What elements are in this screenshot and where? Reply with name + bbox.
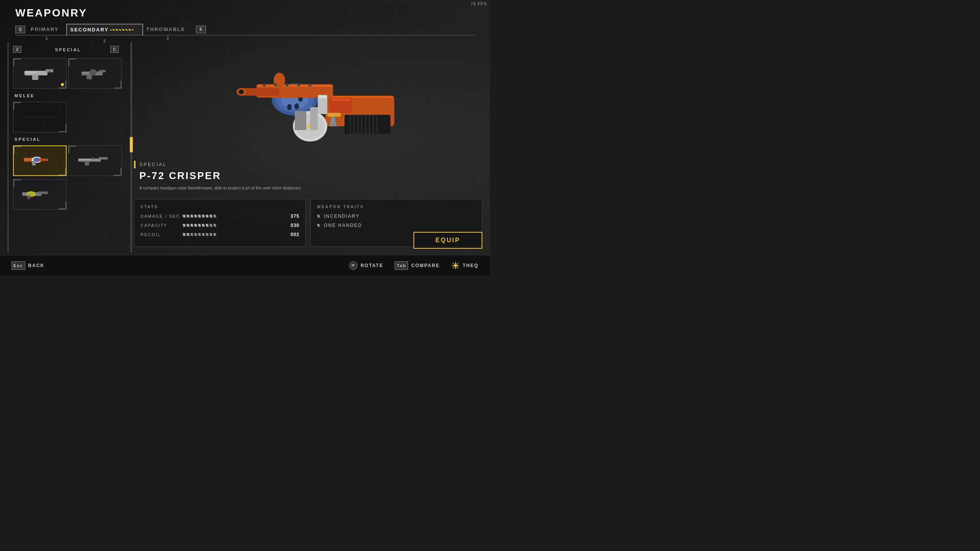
special3-weapons-grid — [8, 178, 126, 211]
stat-damage: DAMAGE / SEC 375 — [140, 214, 299, 219]
compare-action[interactable]: Tab COMPARE — [395, 261, 439, 270]
weapon-preview: ⚠ — [145, 42, 490, 165]
svg-rect-7 — [87, 75, 92, 79]
svg-rect-23 — [38, 191, 48, 194]
svg-rect-15 — [24, 158, 30, 160]
stat-recoil: RECOIL 002 — [140, 232, 299, 237]
svg-rect-54 — [327, 113, 341, 117]
stat-pip — [194, 233, 197, 236]
stat-pip — [206, 224, 209, 227]
pistol1-icon — [21, 64, 59, 83]
svg-rect-25 — [22, 192, 28, 194]
q-key: Q — [15, 26, 25, 33]
stat-pip — [213, 233, 216, 236]
weapon-slot-launcher[interactable] — [13, 179, 67, 210]
svg-rect-45 — [345, 115, 390, 134]
e-key: E — [196, 26, 206, 33]
tab-primary[interactable]: PRIMARY 1 — [28, 24, 66, 34]
right-panel: ⚠ — [126, 42, 490, 253]
weapon-category: SPECIAL — [134, 161, 482, 168]
stat-pip — [213, 215, 216, 218]
special-header: Z SPECIAL C — [8, 42, 126, 57]
stat-pip — [194, 215, 197, 218]
svg-point-62 — [309, 83, 312, 86]
stat-pip — [206, 233, 209, 236]
svg-point-36 — [287, 104, 292, 110]
rotate-action[interactable]: ⟳ ROTATE — [349, 261, 384, 270]
stat-pip — [202, 233, 205, 236]
stat-pip — [202, 215, 205, 218]
svg-rect-38 — [257, 85, 332, 87]
header: WEAPONRY Q PRIMARY 1 SECONDARY 2 THROWAB… — [15, 7, 475, 36]
equip-button[interactable]: EQUIP — [413, 232, 482, 249]
svg-point-60 — [286, 83, 289, 86]
svg-point-35 — [294, 103, 299, 109]
stat-pip — [209, 233, 212, 236]
traits-title: WEAPON TRAITS — [317, 205, 476, 209]
weapon-slot-flamethrower[interactable] — [13, 145, 67, 176]
weapon-slot-smg[interactable] — [68, 145, 122, 176]
damage-label: DAMAGE / SEC — [140, 214, 183, 218]
special2-weapons-grid — [8, 144, 126, 178]
stats-title: STATS — [140, 205, 299, 209]
tab-secondary-label: SECONDARY — [70, 27, 109, 33]
theq-icon — [451, 261, 460, 270]
weapon-3d-render: ⚠ — [218, 50, 417, 157]
stats-box: STATS DAMAGE / SEC 375 CAPACITY 030 — [134, 199, 306, 247]
trait-incendiary: INCENDIARY — [317, 214, 476, 219]
bottom-bar: Esc BACK ⟳ ROTATE Tab COMPARE THEQ — [0, 255, 490, 276]
stat-pip — [194, 224, 197, 227]
capacity-value: 030 — [288, 223, 299, 228]
melee-empty — [24, 117, 56, 117]
trait-one-handed: ONE HANDED — [317, 223, 476, 228]
svg-rect-43 — [295, 111, 306, 130]
stat-pip — [183, 224, 186, 227]
damage-bar: 375 — [183, 214, 299, 219]
tab-secondary[interactable]: SECONDARY 2 — [66, 24, 143, 36]
weapon-slot-pistol2[interactable] — [68, 58, 122, 89]
stat-pip — [198, 215, 201, 218]
tab-secondary-hatch — [110, 29, 133, 31]
tab-key: Tab — [395, 261, 408, 270]
recoil-value: 002 — [288, 232, 299, 237]
capacity-bar: 030 — [183, 223, 299, 228]
recoil-bar: 002 — [183, 232, 299, 237]
left-panel: Z SPECIAL C — [8, 42, 126, 253]
stat-pip — [183, 215, 186, 218]
svg-point-4 — [48, 70, 51, 73]
melee-weapons-grid — [8, 100, 126, 134]
tab-throwable-number: 3 — [167, 36, 170, 41]
stat-pip — [190, 215, 193, 218]
svg-rect-64 — [331, 99, 350, 101]
svg-rect-18 — [85, 161, 89, 166]
stat-pip — [186, 233, 189, 236]
z-key-badge: Z — [13, 46, 21, 53]
stat-pip — [190, 233, 193, 236]
theq-action: THEQ — [451, 261, 479, 270]
weapon-slot-melee1[interactable] — [13, 102, 67, 132]
svg-rect-14 — [32, 161, 36, 165]
svg-rect-9 — [82, 72, 89, 73]
stat-pip — [186, 215, 189, 218]
trait-one-handed-label: ONE HANDED — [324, 223, 362, 228]
tab-throwable-label: THROWABLE — [146, 26, 185, 32]
tab-throwable[interactable]: THROWABLE 3 — [143, 24, 193, 34]
svg-rect-3 — [24, 72, 36, 73]
weapon-slot-pistol1[interactable] — [13, 58, 67, 89]
launcher-icon — [21, 184, 59, 205]
flamethrower-mini-icon — [21, 150, 59, 171]
rotate-label: ROTATE — [361, 263, 384, 268]
page-title: WEAPONRY — [15, 7, 475, 19]
trait-incendiary-label: INCENDIARY — [324, 214, 360, 219]
stat-pip — [183, 233, 186, 236]
tab-primary-number: 1 — [46, 36, 49, 41]
svg-point-61 — [297, 83, 300, 86]
stat-pip — [198, 233, 201, 236]
back-action[interactable]: Esc BACK — [11, 261, 44, 270]
special-section-label: SPECIAL — [49, 44, 86, 54]
svg-point-58 — [263, 83, 266, 86]
stat-pip — [190, 224, 193, 227]
capacity-label: CAPACITY — [140, 223, 183, 228]
svg-rect-24 — [27, 195, 30, 199]
svg-point-26 — [28, 192, 33, 196]
